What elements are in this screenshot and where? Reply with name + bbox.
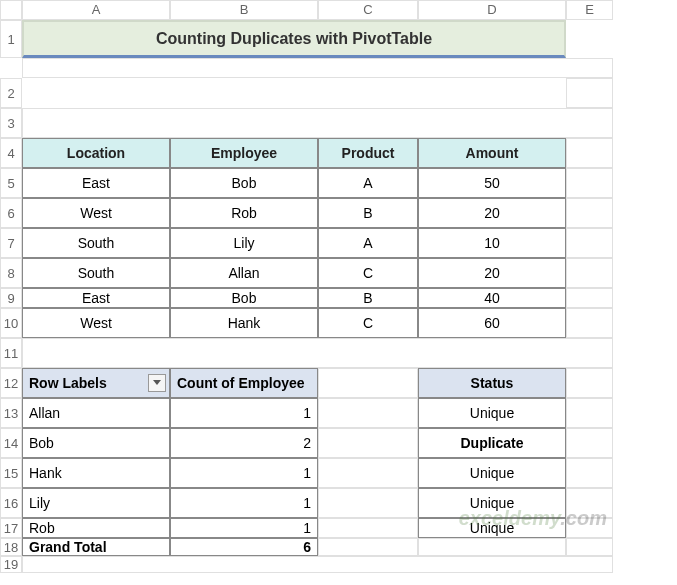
- cell[interactable]: [566, 488, 613, 518]
- pivot-status-duplicate[interactable]: Duplicate: [418, 428, 566, 458]
- row-header-3[interactable]: 3: [0, 108, 22, 138]
- row-header-7[interactable]: 7: [0, 228, 22, 258]
- table1-cell[interactable]: C: [318, 308, 418, 338]
- row-header-16[interactable]: 16: [0, 488, 22, 518]
- pivot-header-rowlabels[interactable]: Row Labels: [22, 368, 170, 398]
- pivot-row-label[interactable]: Allan: [22, 398, 170, 428]
- pivot-grand-total-label[interactable]: Grand Total: [22, 538, 170, 556]
- table1-cell[interactable]: Bob: [170, 168, 318, 198]
- table1-cell[interactable]: B: [318, 288, 418, 308]
- pivot-row-label[interactable]: Bob: [22, 428, 170, 458]
- table1-cell[interactable]: West: [22, 308, 170, 338]
- pivot-header-count[interactable]: Count of Employee: [170, 368, 318, 398]
- row-header-8[interactable]: 8: [0, 258, 22, 288]
- row-header-4[interactable]: 4: [0, 138, 22, 168]
- row-header-15[interactable]: 15: [0, 458, 22, 488]
- row-header-9[interactable]: 9: [0, 288, 22, 308]
- cell[interactable]: [566, 78, 613, 108]
- pivot-row-label[interactable]: Hank: [22, 458, 170, 488]
- cell[interactable]: [318, 398, 418, 428]
- page-title[interactable]: Counting Duplicates with PivotTable: [22, 20, 566, 58]
- pivot-row-label[interactable]: Lily: [22, 488, 170, 518]
- table1-cell[interactable]: 60: [418, 308, 566, 338]
- col-header-E[interactable]: E: [566, 0, 613, 20]
- table1-cell[interactable]: 20: [418, 258, 566, 288]
- row-header-14[interactable]: 14: [0, 428, 22, 458]
- cell[interactable]: [318, 538, 418, 556]
- cell[interactable]: [566, 458, 613, 488]
- cell[interactable]: [566, 368, 613, 398]
- row-header-18[interactable]: 18: [0, 538, 22, 556]
- row-header-1[interactable]: 1: [0, 20, 22, 58]
- row-header-17[interactable]: 17: [0, 518, 22, 538]
- row-header-10[interactable]: 10: [0, 308, 22, 338]
- table1-cell[interactable]: C: [318, 258, 418, 288]
- table1-cell[interactable]: South: [22, 258, 170, 288]
- pivot-count[interactable]: 2: [170, 428, 318, 458]
- cell[interactable]: [318, 488, 418, 518]
- table1-header-employee[interactable]: Employee: [170, 138, 318, 168]
- col-header-B[interactable]: B: [170, 0, 318, 20]
- table1-cell[interactable]: West: [22, 198, 170, 228]
- col-header-A[interactable]: A: [22, 0, 170, 20]
- cell[interactable]: [318, 368, 418, 398]
- table1-cell[interactable]: 40: [418, 288, 566, 308]
- table1-cell[interactable]: 20: [418, 198, 566, 228]
- pivot-count[interactable]: 1: [170, 398, 318, 428]
- table1-cell[interactable]: Lily: [170, 228, 318, 258]
- table1-cell[interactable]: East: [22, 168, 170, 198]
- table1-header-amount[interactable]: Amount: [418, 138, 566, 168]
- cell[interactable]: [566, 138, 613, 168]
- pivot-status[interactable]: Unique: [418, 518, 566, 538]
- table1-cell[interactable]: Hank: [170, 308, 318, 338]
- empty-row[interactable]: [22, 58, 613, 78]
- table1-cell[interactable]: Bob: [170, 288, 318, 308]
- cell[interactable]: [566, 198, 613, 228]
- cell[interactable]: [318, 458, 418, 488]
- cell[interactable]: [566, 518, 613, 538]
- table1-cell[interactable]: B: [318, 198, 418, 228]
- pivot-status[interactable]: Unique: [418, 458, 566, 488]
- empty-row[interactable]: [22, 338, 613, 368]
- cell[interactable]: [566, 398, 613, 428]
- pivot-count[interactable]: 1: [170, 458, 318, 488]
- pivot-count[interactable]: 1: [170, 488, 318, 518]
- table1-header-location[interactable]: Location: [22, 138, 170, 168]
- col-header-D[interactable]: D: [418, 0, 566, 20]
- cell[interactable]: [318, 518, 418, 538]
- table1-cell[interactable]: A: [318, 228, 418, 258]
- table1-cell[interactable]: 50: [418, 168, 566, 198]
- pivot-dropdown-button[interactable]: [148, 374, 166, 392]
- pivot-header-status[interactable]: Status: [418, 368, 566, 398]
- row-header-12[interactable]: 12: [0, 368, 22, 398]
- cell[interactable]: [566, 538, 613, 556]
- table1-cell[interactable]: East: [22, 288, 170, 308]
- row-header-13[interactable]: 13: [0, 398, 22, 428]
- cell[interactable]: [566, 288, 613, 308]
- pivot-row-label[interactable]: Rob: [22, 518, 170, 538]
- row-header-5[interactable]: 5: [0, 168, 22, 198]
- cell[interactable]: [566, 428, 613, 458]
- empty-row[interactable]: [22, 108, 613, 138]
- cell[interactable]: [418, 538, 566, 556]
- col-header-C[interactable]: C: [318, 0, 418, 20]
- cell[interactable]: [566, 258, 613, 288]
- cell[interactable]: [566, 308, 613, 338]
- pivot-status[interactable]: Unique: [418, 488, 566, 518]
- cell[interactable]: [566, 228, 613, 258]
- table1-cell[interactable]: Allan: [170, 258, 318, 288]
- table1-header-product[interactable]: Product: [318, 138, 418, 168]
- table1-cell[interactable]: 10: [418, 228, 566, 258]
- cell[interactable]: [318, 428, 418, 458]
- table1-cell[interactable]: South: [22, 228, 170, 258]
- pivot-grand-total-value[interactable]: 6: [170, 538, 318, 556]
- table1-cell[interactable]: A: [318, 168, 418, 198]
- table1-cell[interactable]: Rob: [170, 198, 318, 228]
- pivot-count[interactable]: 1: [170, 518, 318, 538]
- pivot-status[interactable]: Unique: [418, 398, 566, 428]
- row-header-19[interactable]: 19: [0, 556, 22, 573]
- row-header-11[interactable]: 11: [0, 338, 22, 368]
- cell[interactable]: [566, 168, 613, 198]
- empty-row[interactable]: [22, 556, 613, 573]
- row-header-6[interactable]: 6: [0, 198, 22, 228]
